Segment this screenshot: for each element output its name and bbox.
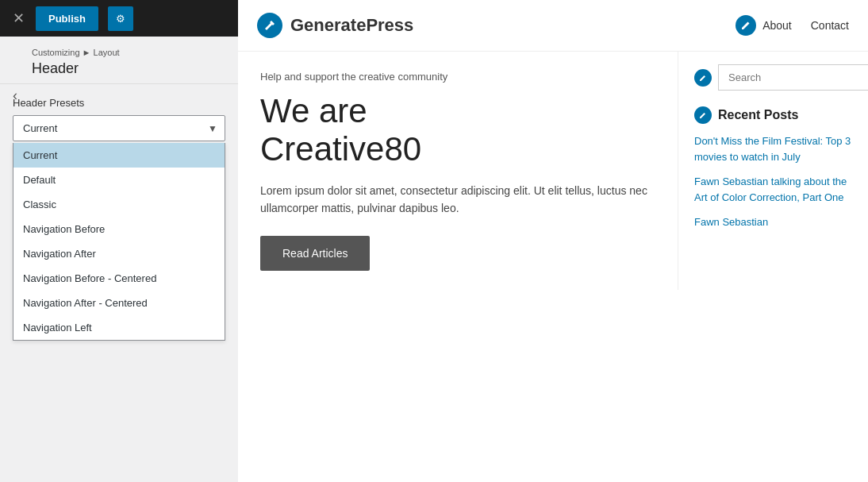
hero-title-line1: We are bbox=[260, 92, 367, 129]
search-section bbox=[694, 64, 852, 91]
dropdown-item-nav-after-centered[interactable]: Navigation After - Centered bbox=[13, 291, 225, 315]
recent-posts-title: Recent Posts bbox=[718, 108, 798, 122]
settings-button[interactable]: ⚙ bbox=[108, 6, 133, 31]
search-box bbox=[718, 64, 868, 91]
dropdown-item-nav-before-centered[interactable]: Navigation Before - Centered bbox=[13, 266, 225, 291]
site-logo-area: GeneratePress bbox=[257, 13, 413, 38]
dropdown-item-nav-before[interactable]: Navigation Before bbox=[13, 217, 225, 241]
search-input[interactable] bbox=[718, 64, 868, 91]
edit-search-icon[interactable] bbox=[694, 69, 712, 87]
read-articles-button[interactable]: Read Articles bbox=[260, 236, 370, 271]
hero-subtitle: Help and support the creative community bbox=[260, 71, 655, 83]
post-link-0[interactable]: Don't Miss the Film Festival: Top 3 movi… bbox=[694, 133, 852, 164]
recent-posts-header: Recent Posts bbox=[694, 106, 852, 124]
left-panel: ✕ Publish ⚙ ‹ Customizing ► Layout Heade… bbox=[0, 0, 238, 482]
hero-title-line2: Creative80 bbox=[260, 130, 421, 168]
breadcrumb-part1: Customizing bbox=[32, 48, 80, 57]
dropdown-item-nav-after[interactable]: Navigation After bbox=[13, 241, 225, 266]
section-title: Header bbox=[32, 60, 225, 77]
site-logo-icon[interactable] bbox=[257, 13, 282, 38]
header-right: About Contact bbox=[735, 15, 849, 36]
close-button[interactable]: ✕ bbox=[10, 8, 28, 29]
sidebar-right: Recent Posts Don't Miss the Film Festiva… bbox=[678, 52, 868, 290]
preview-area: GeneratePress About Contact Help and sup… bbox=[238, 0, 868, 482]
dropdown-item-classic[interactable]: Classic bbox=[13, 192, 225, 217]
breadcrumb: Customizing ► Layout bbox=[32, 48, 225, 57]
post-link-2[interactable]: Fawn Sebastian bbox=[694, 214, 852, 230]
publish-button[interactable]: Publish bbox=[36, 6, 98, 31]
post-link-1[interactable]: Fawn Sebastian talking about the Art of … bbox=[694, 174, 852, 205]
breadcrumb-area: ‹ Customizing ► Layout Header bbox=[0, 37, 238, 84]
site-header: GeneratePress About Contact bbox=[238, 0, 868, 52]
logo-svg bbox=[263, 19, 276, 32]
back-button[interactable]: ‹ bbox=[6, 84, 24, 107]
hero-title: We are Creative80 bbox=[260, 92, 655, 169]
breadcrumb-part2: Layout bbox=[94, 48, 120, 57]
nav-item-contact[interactable]: Contact bbox=[811, 19, 849, 32]
site-name: GeneratePress bbox=[290, 15, 413, 36]
presets-select[interactable]: Current bbox=[13, 115, 225, 141]
dropdown-list: Current Default Classic Navigation Befor… bbox=[13, 143, 225, 341]
nav-item-about[interactable]: About bbox=[762, 19, 792, 32]
edit-header-icon[interactable] bbox=[735, 15, 756, 36]
breadcrumb-separator: ► bbox=[83, 48, 94, 57]
hero-body: Lorem ipsum dolor sit amet, consectetur … bbox=[260, 182, 655, 218]
main-content: Help and support the creative community … bbox=[238, 52, 868, 290]
presets-label: Header Presets bbox=[13, 97, 225, 109]
pencil-icon bbox=[741, 21, 751, 30]
dropdown-item-nav-left[interactable]: Navigation Left bbox=[13, 315, 225, 340]
dropdown-item-current[interactable]: Current bbox=[13, 143, 225, 168]
content-main: Help and support the creative community … bbox=[238, 52, 678, 290]
dropdown-item-default[interactable]: Default bbox=[13, 168, 225, 192]
nav-menu: About Contact bbox=[762, 19, 849, 32]
pencil-recent-icon bbox=[699, 111, 707, 119]
edit-recent-posts-icon[interactable] bbox=[694, 106, 712, 124]
dropdown-container: Current ▼ Current Default Classic Naviga… bbox=[13, 115, 225, 141]
top-bar: ✕ Publish ⚙ bbox=[0, 0, 238, 37]
panel-content: Header Presets Current ▼ Current Default… bbox=[0, 84, 238, 482]
pencil-small-icon bbox=[699, 74, 707, 82]
